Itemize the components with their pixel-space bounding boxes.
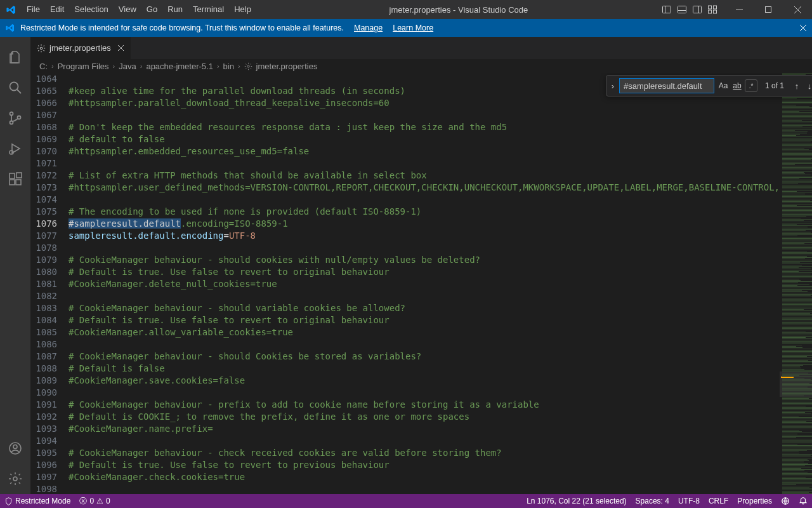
banner-manage-link[interactable]: Manage <box>354 23 383 32</box>
svg-point-29 <box>40 47 43 50</box>
menu-run[interactable]: Run <box>162 0 188 19</box>
svg-rect-11 <box>766 7 771 13</box>
svg-point-18 <box>10 112 13 116</box>
search-icon[interactable] <box>0 72 30 103</box>
status-restricted-mode[interactable]: Restricted Mode <box>0 494 75 508</box>
menu-file[interactable]: File <box>22 0 45 19</box>
gear-icon <box>244 62 252 70</box>
menu-help[interactable]: Help <box>229 0 256 19</box>
run-debug-icon[interactable] <box>0 133 30 164</box>
find-previous-icon[interactable]: ↑ <box>790 81 803 91</box>
use-regex-icon[interactable]: .* <box>745 79 757 92</box>
svg-rect-23 <box>10 180 15 185</box>
find-results: 1 of 1 <box>765 81 784 90</box>
tab-label: jmeter.properties <box>49 43 111 53</box>
menu-view[interactable]: View <box>114 0 141 19</box>
menu-go[interactable]: Go <box>141 0 162 19</box>
svg-point-19 <box>10 121 13 124</box>
vscode-icon <box>5 23 18 33</box>
status-encoding[interactable]: UTF-8 <box>674 494 704 508</box>
svg-rect-9 <box>714 10 717 13</box>
activity-bar <box>0 37 30 494</box>
breadcrumb-part[interactable]: apache-jmeter-5.1 <box>146 62 213 71</box>
status-bell-icon[interactable] <box>794 494 812 508</box>
svg-rect-0 <box>663 6 671 13</box>
banner-learn-more-link[interactable]: Learn More <box>393 23 433 32</box>
match-whole-word-icon[interactable]: ab <box>731 79 743 92</box>
status-spaces[interactable]: Spaces: 4 <box>631 494 674 508</box>
toggle-primary-sidebar-icon[interactable] <box>661 4 672 15</box>
match-case-icon[interactable]: Aa <box>717 79 730 92</box>
close-window-icon[interactable] <box>783 0 812 19</box>
svg-rect-4 <box>693 6 702 13</box>
svg-rect-24 <box>16 180 21 185</box>
svg-line-17 <box>17 90 21 93</box>
code-editor[interactable]: #keep alive time for the parallel downlo… <box>69 73 780 494</box>
svg-point-27 <box>13 445 17 449</box>
banner-text: Restricted Mode is intended for safe cod… <box>20 23 344 32</box>
manage-icon[interactable] <box>0 464 30 494</box>
status-bar: Restricted Mode ⓧ0 ⚠0 Ln 1076, Col 22 (2… <box>0 494 812 508</box>
window-title: jmeter.properties - Visual Studio Code <box>256 5 661 15</box>
toggle-panel-icon[interactable] <box>676 4 688 15</box>
svg-rect-7 <box>714 6 717 9</box>
maximize-icon[interactable] <box>754 0 783 19</box>
status-feedback-icon[interactable] <box>776 494 794 508</box>
toggle-secondary-sidebar-icon[interactable] <box>691 4 703 15</box>
accounts-icon[interactable] <box>0 433 30 464</box>
svg-rect-2 <box>678 6 686 13</box>
svg-point-28 <box>13 477 17 481</box>
editor-tabs: jmeter.properties ··· <box>30 37 812 59</box>
tab-jmeter-properties[interactable]: jmeter.properties <box>30 37 131 59</box>
svg-rect-6 <box>709 6 712 9</box>
minimap[interactable] <box>780 73 812 494</box>
status-eol[interactable]: CRLF <box>704 494 733 508</box>
svg-point-16 <box>10 83 18 91</box>
breadcrumb-part[interactable]: C: <box>39 62 48 71</box>
source-control-icon[interactable] <box>0 103 30 133</box>
menu-edit[interactable]: Edit <box>45 0 69 19</box>
svg-rect-8 <box>709 10 712 13</box>
svg-rect-22 <box>10 173 15 178</box>
line-gutter: 1064106510661067106810691070107110721073… <box>30 73 69 494</box>
breadcrumbs[interactable]: C:› Program Files› Java› apache-jmeter-5… <box>30 59 812 73</box>
status-problems[interactable]: ⓧ0 ⚠0 <box>75 494 114 508</box>
vscode-icon <box>0 4 22 15</box>
extensions-icon[interactable] <box>0 164 30 194</box>
error-icon: ⓧ <box>79 496 87 507</box>
banner-close-icon[interactable] <box>799 24 807 32</box>
breadcrumb-part[interactable]: Java <box>119 62 136 71</box>
breadcrumb-part[interactable]: Program Files <box>58 62 109 71</box>
svg-point-20 <box>18 116 21 119</box>
find-widget: › Aa ab .* 1 of 1 ↑ ↓ ≡ <box>606 75 812 97</box>
svg-rect-25 <box>16 173 22 178</box>
find-next-icon[interactable]: ↓ <box>803 81 812 91</box>
status-cursor[interactable]: Ln 1076, Col 22 (21 selected) <box>522 494 631 508</box>
restricted-mode-banner: Restricted Mode is intended for safe cod… <box>0 19 812 37</box>
warning-icon: ⚠ <box>96 497 103 505</box>
gear-icon <box>37 44 46 53</box>
minimize-icon[interactable] <box>724 0 754 19</box>
tab-close-icon[interactable] <box>117 44 124 51</box>
status-language[interactable]: Properties <box>733 494 776 508</box>
find-input[interactable] <box>619 78 714 93</box>
svg-point-34 <box>247 65 249 67</box>
find-expand-icon[interactable]: › <box>606 81 619 91</box>
menubar: File Edit Selection View Go Run Terminal… <box>22 0 256 19</box>
shield-icon <box>4 497 13 505</box>
breadcrumb-part[interactable]: jmeter.properties <box>256 62 318 71</box>
breadcrumb-part[interactable]: bin <box>223 62 234 71</box>
menu-selection[interactable]: Selection <box>69 0 113 19</box>
explorer-icon[interactable] <box>0 42 30 72</box>
customize-layout-icon[interactable] <box>707 4 718 15</box>
menu-terminal[interactable]: Terminal <box>188 0 229 19</box>
